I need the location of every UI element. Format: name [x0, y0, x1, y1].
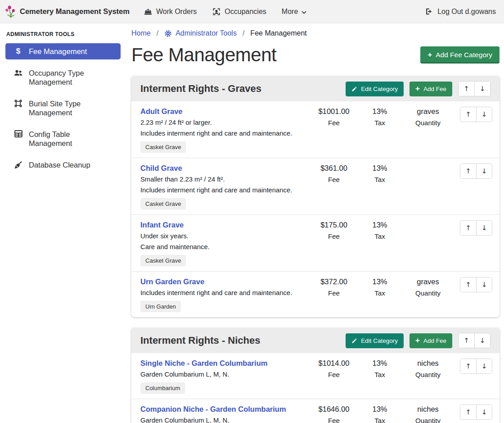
- fee-tax-col: 13% Tax: [359, 106, 400, 127]
- move-category-down-button[interactable]: ↓: [474, 82, 490, 96]
- fee-row-infant-grave: Infant Grave Under six years.Care and ma…: [131, 214, 500, 271]
- fee-description: Smaller than 2.23 m² / 24 ft².: [140, 175, 309, 183]
- fee-type-badge: Casket Grave: [140, 198, 186, 209]
- move-fee-down-button[interactable]: ↓: [476, 277, 492, 292]
- move-fee-up-button[interactable]: ↑: [460, 277, 476, 292]
- category-header: Interment Rights - Niches Edit Category …: [131, 328, 500, 353]
- move-category-up-button[interactable]: ↑: [459, 82, 474, 96]
- fee-description: Includes interment right and care and ma…: [140, 129, 309, 137]
- fee-tax-col: 13% Tax: [359, 163, 400, 184]
- fee-tax-col: 13% Tax: [359, 219, 400, 241]
- fee-tax-label: Tax: [359, 370, 400, 379]
- add-fee-button[interactable]: + Add Fee: [410, 333, 452, 348]
- sidebar-item-config-table-management[interactable]: Config Table Management: [5, 126, 121, 151]
- tulip-logo-icon: [5, 5, 16, 18]
- breadcrumb-separator: /: [157, 29, 158, 37]
- logout-button[interactable]: Log Out d.gowans: [425, 7, 496, 16]
- sidebar-item-occupancy-type-management[interactable]: Occupancy Type Management: [5, 65, 121, 90]
- fee-description: Garden Columbarium L, M, N.: [140, 370, 309, 378]
- nav-item-label: Work Orders: [156, 8, 197, 16]
- move-fee-down-button[interactable]: ↓: [476, 164, 492, 178]
- breadcrumb-current: Fee Management: [250, 29, 306, 37]
- add-fee-category-label: Add Fee Category: [436, 51, 492, 59]
- breadcrumb-admin-tools-link[interactable]: Administrator Tools: [164, 29, 237, 37]
- vector-square-icon: [14, 99, 23, 108]
- nav-item-work-orders[interactable]: Work Orders: [136, 0, 204, 23]
- category-card-interment-rights-niches: Interment Rights - Niches Edit Category …: [131, 328, 500, 423]
- sidebar-item-fee-management[interactable]: $ Fee Management: [5, 43, 121, 59]
- plus-icon: +: [415, 337, 420, 344]
- move-fee-up-button[interactable]: ↑: [460, 221, 476, 235]
- category-actions: Edit Category + Add Fee ↑ ↓: [346, 81, 490, 96]
- fee-name-link[interactable]: Infant Grave: [140, 220, 184, 229]
- move-fee-up-button[interactable]: ↑: [460, 405, 476, 419]
- nav-item-more[interactable]: More: [274, 0, 315, 23]
- move-fee-up-button[interactable]: ↑: [460, 164, 476, 178]
- add-fee-button[interactable]: + Add Fee: [410, 82, 452, 96]
- fee-amount-col: $175.00 Fee: [309, 219, 359, 241]
- move-fee-up-button[interactable]: ↑: [460, 107, 476, 122]
- fee-row-single-niche-garden-columbarium: Single Niche - Garden Columbarium Garden…: [131, 353, 500, 399]
- fee-tax-col: 13% Tax: [359, 404, 400, 423]
- fee-description: Under six years.: [140, 232, 309, 240]
- fee-tax: 13%: [359, 405, 400, 414]
- move-fee-down-button[interactable]: ↓: [476, 359, 492, 373]
- category-header: Interment Rights - Graves Edit Category …: [131, 76, 500, 101]
- nav-item-occupancies[interactable]: Occupancies: [204, 0, 274, 23]
- fee-quantity-col: graves Quantity: [400, 276, 455, 297]
- fee-tax-label: Tax: [359, 416, 400, 423]
- fee-name-link[interactable]: Child Grave: [140, 164, 182, 173]
- fee-tax: 13%: [359, 220, 400, 229]
- fee-tax: 13%: [359, 277, 400, 286]
- fee-amount: $361.00: [309, 164, 359, 173]
- move-fee-down-button[interactable]: ↓: [476, 107, 492, 122]
- breadcrumb: Home / Administrator Tools / Fee Managem…: [131, 29, 500, 37]
- fee-quantity: graves: [400, 277, 455, 286]
- fee-row-adult-grave: Adult Grave 2.23 m² / 24 ft² or larger.I…: [131, 101, 500, 158]
- occupancies-icon: [212, 7, 221, 16]
- edit-category-button[interactable]: Edit Category: [346, 333, 404, 348]
- move-category-up-button[interactable]: ↑: [459, 333, 474, 348]
- fee-name-link[interactable]: Single Niche - Garden Columbarium: [140, 359, 267, 368]
- add-fee-category-button[interactable]: + Add Fee Category: [420, 46, 500, 64]
- fee-info: Urn Garden Grave Includes interment righ…: [139, 276, 309, 312]
- fee-name-link[interactable]: Adult Grave: [140, 107, 183, 116]
- pencil-icon: [351, 86, 357, 92]
- dollar-icon: $: [14, 47, 23, 56]
- fee-tax-col: 13% Tax: [359, 358, 400, 379]
- fee-name-link[interactable]: Companion Niche - Garden Columbarium: [140, 405, 286, 414]
- fee-quantity: niches: [400, 359, 455, 368]
- move-fee-down-button[interactable]: ↓: [476, 405, 492, 419]
- fee-tax-label: Tax: [359, 232, 400, 241]
- move-category-down-button[interactable]: ↓: [474, 333, 490, 348]
- sidebar-item-label: Database Cleanup: [29, 160, 90, 169]
- sidebar-item-database-cleanup[interactable]: Database Cleanup: [5, 157, 121, 173]
- category-card-interment-rights-graves: Interment Rights - Graves Edit Category …: [131, 76, 500, 317]
- fee-quantity: niches: [400, 405, 455, 414]
- page-header: Fee Management + Add Fee Category: [131, 43, 500, 65]
- breadcrumb-home-link[interactable]: Home: [131, 29, 151, 37]
- category-title: Interment Rights - Niches: [140, 333, 260, 348]
- fee-name-link[interactable]: Urn Garden Grave: [140, 277, 204, 286]
- app-brand[interactable]: Cemetery Management System: [5, 5, 130, 18]
- logout-label: Log Out d.gowans: [437, 8, 496, 16]
- sidebar-item-burial-site-type-management[interactable]: Burial Site Type Management: [5, 96, 121, 121]
- fee-amount-label: Fee: [309, 289, 359, 297]
- fee-amount-label: Fee: [309, 118, 359, 127]
- fee-tax: 13%: [359, 164, 400, 173]
- fee-row-urn-garden-grave: Urn Garden Grave Includes interment righ…: [131, 271, 500, 317]
- fee-quantity-col: graves Quantity: [400, 106, 455, 127]
- fee-description: Care and maintenance.: [140, 243, 309, 251]
- fee-row-child-grave: Child Grave Smaller than 2.23 m² / 24 ft…: [131, 158, 500, 214]
- edit-category-button[interactable]: Edit Category: [346, 82, 404, 96]
- add-fee-label: Add Fee: [423, 337, 446, 344]
- move-fee-up-button[interactable]: ↑: [460, 359, 476, 373]
- fee-row-companion-niche-garden-columbarium: Companion Niche - Garden Columbarium Gar…: [131, 399, 500, 423]
- sidebar-item-label: Occupancy Type Management: [29, 68, 115, 86]
- fee-quantity-label: Quantity: [400, 416, 455, 423]
- gear-icon: [164, 30, 172, 37]
- broom-icon: [14, 160, 23, 169]
- move-fee-down-button[interactable]: ↓: [476, 221, 492, 235]
- fee-amount-label: Fee: [309, 232, 359, 241]
- fee-type-badge: Urn Garden: [140, 301, 181, 312]
